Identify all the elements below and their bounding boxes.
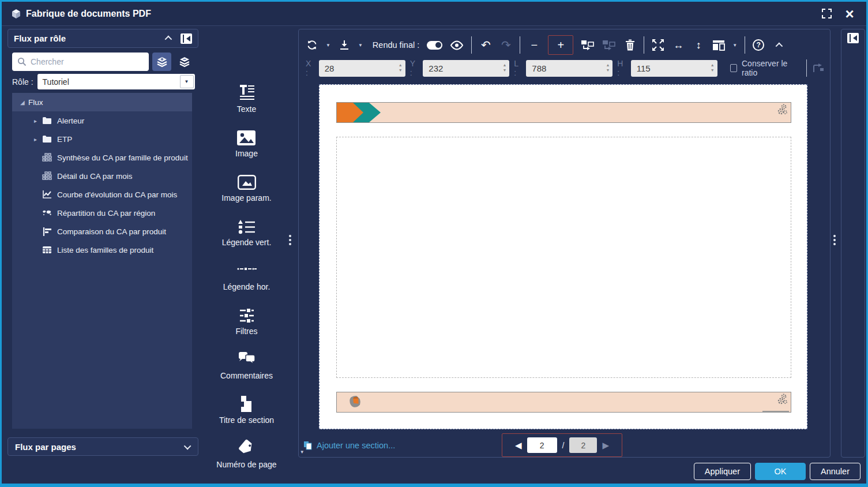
eye-icon [450,40,464,50]
expanded-icon: ◢ [20,99,28,106]
line-chart-icon [42,190,52,200]
bring-forward-button[interactable] [581,38,595,53]
download-button[interactable] [338,38,351,53]
add-section-button[interactable]: Ajouter une section... [303,441,395,450]
help-button[interactable]: ? [753,39,764,51]
tool-texte[interactable]: Texte [237,81,256,114]
tool-label: Texte [237,104,256,114]
fullscreen-button[interactable] [819,6,834,21]
y-input[interactable] [423,60,509,77]
x-label: X : [306,59,314,77]
tree-node-comparaison[interactable]: Comparaison du CA par produit [12,222,192,241]
header-settings-gears-icon[interactable] [777,104,788,115]
flux-par-pages-panel-header[interactable]: Flux par pages [7,437,198,456]
page-header-band[interactable] [336,102,791,123]
tree-node-repartition[interactable]: Répartition du CA par région [12,204,192,222]
x-spinner[interactable]: ▲▼ [399,62,403,73]
keep-ratio-label: Conserver le ratio [742,59,796,77]
refresh-icon [306,39,318,51]
caret-down-icon: ▼ [185,79,189,84]
search-input[interactable] [12,53,149,71]
height-input[interactable] [631,60,717,77]
collapse-panel-button[interactable] [160,31,175,46]
tool-image-param[interactable]: Image param. [221,170,271,203]
download-caret-button[interactable]: ▼ [358,43,363,48]
columns-icon [712,40,725,51]
final-render-toggle[interactable] [427,41,442,50]
refresh-button[interactable] [306,38,318,53]
undo-button[interactable]: ↶ [479,38,492,53]
redo-button[interactable]: ↷ [499,38,512,53]
tool-numero-de-page[interactable]: ▼ Numéro de page [216,437,276,469]
page-content-zone[interactable] [336,137,791,378]
expand-all-button[interactable] [152,53,171,71]
apply-button[interactable]: Appliquer [694,463,751,480]
dock-left-panel-button[interactable] [181,33,192,44]
right-collapsed-panel [841,29,865,458]
width-input[interactable] [526,60,613,77]
y-spinner[interactable]: ▲▼ [502,62,506,73]
dock-right-panel-button[interactable] [847,33,859,43]
tool-palette: Texte Image Image param. Légende vert. L… [198,81,295,481]
collapse-all-button[interactable] [175,53,194,71]
preview-button[interactable] [450,38,464,53]
send-backward-icon [602,39,616,51]
dialog-actions: Appliquer OK Annuler [694,463,861,480]
document-page[interactable] [319,84,807,429]
pagination-highlight-box: ◀ / 2 ▶ [502,433,622,457]
tree-node-courbe[interactable]: Courbe d'évolution du CA par mois [12,185,192,204]
zoom-out-button[interactable]: − [528,38,540,53]
map-icon [42,208,52,218]
pdf-factory-dialog: Fabrique de documents PDF × Flux par rôl… [0,0,868,487]
zoom-in-button[interactable]: + [554,38,567,53]
image-param-icon [238,170,256,190]
tool-legende-hor[interactable]: Légende hor. [223,259,270,291]
transform-mode-button[interactable] [811,61,824,76]
right-splitter-handle[interactable] [833,235,836,245]
folder-icon [42,134,52,144]
tree-node-synthese[interactable]: Synthèse du CA par famille de produit [12,148,192,167]
tree-node-alerteur[interactable]: ▸ Alerteur [12,111,192,130]
close-button[interactable]: × [842,6,857,21]
previous-page-button[interactable]: ◀ [515,440,522,451]
tool-legende-vert[interactable]: Légende vert. [222,215,272,247]
send-backward-button[interactable] [602,38,616,53]
collapse-toolbar-button[interactable] [772,38,784,53]
tool-filtres[interactable]: Filtres [235,304,257,336]
tree-node-etp[interactable]: ▸ ETP [12,130,192,148]
zoom-in-highlight-box: + [548,35,573,55]
next-page-button[interactable]: ▶ [602,440,609,451]
height-spinner[interactable]: ▲▼ [711,62,715,73]
x-input[interactable] [319,60,405,77]
tree-node-flux[interactable]: ◢ Flux [12,93,192,111]
fit-width-button[interactable]: ↔ [672,38,685,53]
fit-page-button[interactable] [652,38,664,53]
fullscreen-icon [822,9,832,18]
bar-chart-icon [42,227,52,237]
layout-columns-button[interactable] [712,38,725,53]
cancel-button[interactable]: Annuler [810,463,861,480]
tree-node-detail[interactable]: Détail du CA par mois [12,167,192,185]
fit-height-button[interactable]: ↕ [692,38,705,53]
tool-commentaires[interactable]: Commentaires [220,348,273,380]
ok-button[interactable]: OK [755,463,806,480]
footer-settings-gears-icon[interactable] [777,394,788,405]
refresh-caret-button[interactable]: ▼ [326,43,330,48]
tool-titre-de-section[interactable]: Titre de section [219,392,274,425]
role-select[interactable]: Tutoriel ▼ [37,74,195,89]
keep-ratio-checkbox[interactable] [730,64,737,72]
current-page-input[interactable] [527,437,557,453]
tree-node-liste[interactable]: Liste des familles de produit [12,241,192,259]
width-spinner[interactable]: ▲▼ [606,62,610,73]
canvas-toolbar: ▼ ▼ Rendu final : ↶ ↷ − + [306,34,824,56]
tree-node-label: Flux [28,98,43,107]
page-footer-band[interactable] [336,392,791,413]
tool-image[interactable]: Image [235,126,258,158]
role-dropdown-button[interactable]: ▼ [180,75,194,88]
keep-ratio-control[interactable]: Conserver le ratio [730,59,796,77]
tool-label: Légende hor. [223,282,270,291]
layout-caret-button[interactable]: ▼ [732,43,737,48]
pivot-grid-icon [42,153,52,163]
delete-button[interactable] [623,38,636,53]
left-splitter-handle[interactable] [289,235,291,245]
